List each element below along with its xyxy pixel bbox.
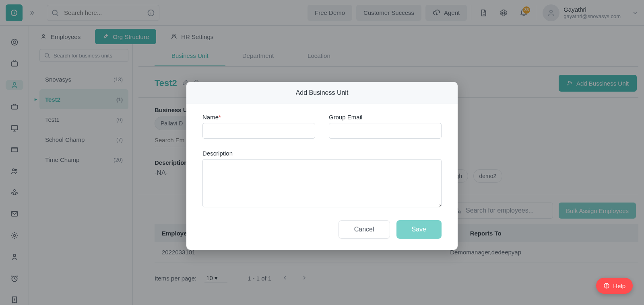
help-button[interactable]: Help xyxy=(596,278,633,294)
cancel-button[interactable]: Cancel xyxy=(339,220,390,239)
save-button[interactable]: Save xyxy=(396,220,442,239)
modal-name-label: Name* xyxy=(202,114,315,121)
add-business-unit-modal: Add Business Unit Name* Group Email Desc… xyxy=(186,82,458,250)
modal-email-input[interactable] xyxy=(329,123,442,139)
modal-name-input[interactable] xyxy=(202,123,315,139)
modal-description-input[interactable] xyxy=(202,159,442,207)
modal-title: Add Business Unit xyxy=(186,82,458,104)
svg-point-30 xyxy=(607,287,607,287)
help-icon xyxy=(603,282,610,289)
modal-email-label: Group Email xyxy=(329,114,442,121)
modal-description-label: Description xyxy=(202,150,442,157)
